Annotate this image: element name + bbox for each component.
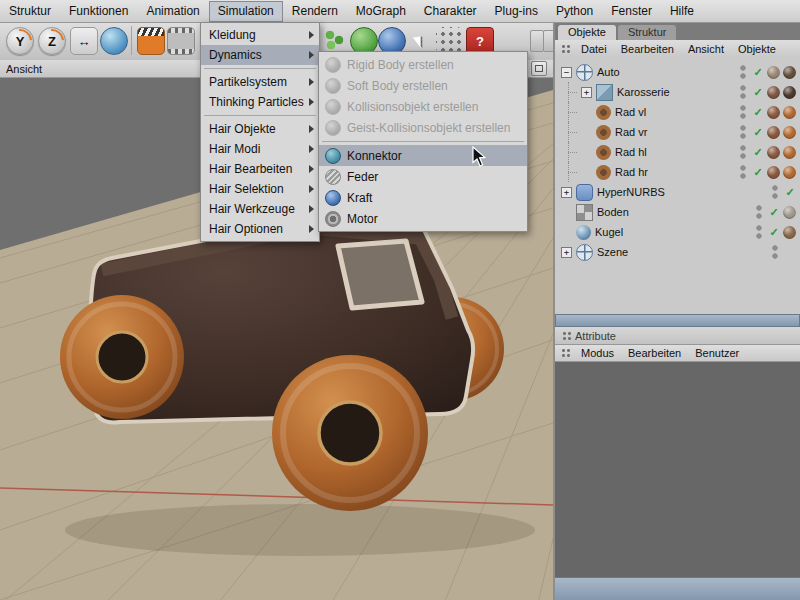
om-menu-ansicht[interactable]: Ansicht: [681, 43, 731, 55]
visibility-dots[interactable]: [739, 84, 747, 100]
car-window[interactable]: [338, 241, 422, 308]
expand-icon[interactable]: [581, 87, 592, 98]
collapse-icon[interactable]: [561, 67, 572, 78]
particles-icon[interactable]: [322, 27, 348, 53]
menu-simulation[interactable]: Simulation: [209, 1, 283, 22]
tree-row-kugel[interactable]: Kugel: [555, 222, 800, 242]
material-thumbnail[interactable]: [783, 66, 796, 79]
visibility-dots[interactable]: [755, 224, 763, 240]
om-menu-datei[interactable]: Datei: [574, 43, 614, 55]
attribute-panel-scrollbar[interactable]: [555, 577, 800, 600]
render-settings-icon[interactable]: [167, 27, 195, 55]
wheel-front-right[interactable]: [272, 355, 428, 511]
material-thumbnail[interactable]: [783, 86, 796, 99]
attribute-panel-icon[interactable]: [562, 331, 572, 341]
tab-objekte[interactable]: Objekte: [558, 25, 616, 40]
menu-animation[interactable]: Animation: [137, 1, 208, 22]
visibility-dots[interactable]: [755, 204, 763, 220]
menu-item-thinking-particles[interactable]: Thinking Particles: [201, 92, 319, 112]
wheel-front-left[interactable]: [60, 295, 184, 419]
visibility-dots[interactable]: [739, 64, 747, 80]
enabled-check-icon[interactable]: [768, 206, 780, 219]
world-coordinates-icon[interactable]: [100, 27, 128, 55]
material-thumbnail[interactable]: [783, 166, 796, 179]
panel-toggle-icon[interactable]: [530, 30, 544, 52]
enabled-check-icon[interactable]: [752, 106, 764, 119]
tree-row-rad-hl[interactable]: Rad hl: [555, 142, 800, 162]
object-name[interactable]: Szene: [597, 246, 628, 258]
y-axis-lock-icon[interactable]: Y: [6, 27, 34, 55]
visibility-dots[interactable]: [739, 164, 747, 180]
visibility-dots[interactable]: [739, 144, 747, 160]
object-name[interactable]: Boden: [597, 206, 629, 218]
enabled-check-icon[interactable]: [752, 166, 764, 179]
enabled-check-icon[interactable]: [768, 226, 780, 239]
view-maximize-icon[interactable]: [531, 61, 547, 76]
submenu-item-kraft[interactable]: Kraft: [319, 187, 527, 208]
menu-item-hair-objekte[interactable]: Hair Objekte: [201, 119, 319, 139]
panel-menu-icon[interactable]: [561, 44, 571, 54]
menu-item-dynamics[interactable]: Dynamics: [201, 45, 319, 65]
menu-charakter[interactable]: Charakter: [415, 1, 486, 22]
material-thumbnail[interactable]: [767, 126, 780, 139]
attr-menu-benutzer[interactable]: Benutzer: [688, 347, 746, 359]
submenu-item-feder[interactable]: Feder: [319, 166, 527, 187]
menu-item-hair-optionen[interactable]: Hair Optionen: [201, 219, 319, 239]
visibility-dots[interactable]: [739, 104, 747, 120]
object-name[interactable]: Auto: [597, 66, 620, 78]
menu-item-partikelsystem[interactable]: Partikelsystem: [201, 72, 319, 92]
om-menu-bearbeiten[interactable]: Bearbeiten: [614, 43, 681, 55]
visibility-dots[interactable]: [771, 244, 779, 260]
material-thumbnail[interactable]: [767, 86, 780, 99]
tree-row-rad-vr[interactable]: Rad vr: [555, 122, 800, 142]
enabled-check-icon[interactable]: [784, 186, 796, 199]
menu-hilfe[interactable]: Hilfe: [661, 1, 703, 22]
object-name[interactable]: Kugel: [595, 226, 623, 238]
tree-row-boden[interactable]: Boden: [555, 202, 800, 222]
expand-icon[interactable]: [561, 187, 572, 198]
menu-item-hair-werkzeuge[interactable]: Hair Werkzeuge: [201, 199, 319, 219]
z-axis-lock-icon[interactable]: Z: [38, 27, 66, 55]
tab-struktur[interactable]: Struktur: [618, 25, 677, 40]
menu-fenster[interactable]: Fenster: [602, 1, 661, 22]
object-name[interactable]: Rad vl: [615, 106, 646, 118]
render-view-icon[interactable]: [137, 27, 165, 55]
menu-item-hair-selektion[interactable]: Hair Selektion: [201, 179, 319, 199]
menu-python[interactable]: Python: [547, 1, 602, 22]
material-thumbnail[interactable]: [783, 226, 796, 239]
tree-row-hypernurbs[interactable]: HyperNURBS: [555, 182, 800, 202]
attr-menu-modus[interactable]: Modus: [574, 347, 621, 359]
selection-cursor-icon[interactable]: [406, 27, 432, 53]
menu-item-kleidung[interactable]: Kleidung: [201, 25, 319, 45]
menu-item-hair-modi[interactable]: Hair Modi: [201, 139, 319, 159]
object-name[interactable]: HyperNURBS: [597, 186, 665, 198]
tree-row-szene[interactable]: Szene: [555, 242, 800, 262]
menu-plugins[interactable]: Plug-ins: [486, 1, 547, 22]
visibility-dots[interactable]: [739, 124, 747, 140]
material-thumbnail[interactable]: [767, 146, 780, 159]
tree-row-rad-hr[interactable]: Rad hr: [555, 162, 800, 182]
material-thumbnail[interactable]: [783, 206, 796, 219]
material-thumbnail[interactable]: [783, 106, 796, 119]
menu-mograph[interactable]: MoGraph: [347, 1, 415, 22]
menu-rendern[interactable]: Rendern: [283, 1, 347, 22]
tree-row-auto[interactable]: Auto: [555, 62, 800, 82]
object-name[interactable]: Rad hl: [615, 146, 647, 158]
enabled-check-icon[interactable]: [752, 86, 764, 99]
menu-funktionen[interactable]: Funktionen: [60, 1, 137, 22]
viewport-title[interactable]: Ansicht: [6, 63, 42, 75]
visibility-dots[interactable]: [771, 184, 779, 200]
object-manager-scrollbar[interactable]: [555, 314, 800, 327]
object-name[interactable]: Rad hr: [615, 166, 648, 178]
object-name[interactable]: Rad vr: [615, 126, 647, 138]
material-thumbnail[interactable]: [767, 66, 780, 79]
coord-system-icon[interactable]: ↔: [70, 27, 98, 55]
attr-menu-bearbeiten[interactable]: Bearbeiten: [621, 347, 688, 359]
material-thumbnail[interactable]: [783, 146, 796, 159]
submenu-item-konnektor[interactable]: Konnektor: [319, 145, 527, 166]
tree-row-rad-vl[interactable]: Rad vl: [555, 102, 800, 122]
material-thumbnail[interactable]: [767, 106, 780, 119]
material-thumbnail[interactable]: [783, 126, 796, 139]
attribute-menu-icon[interactable]: [561, 348, 571, 358]
om-menu-objekte[interactable]: Objekte: [731, 43, 783, 55]
